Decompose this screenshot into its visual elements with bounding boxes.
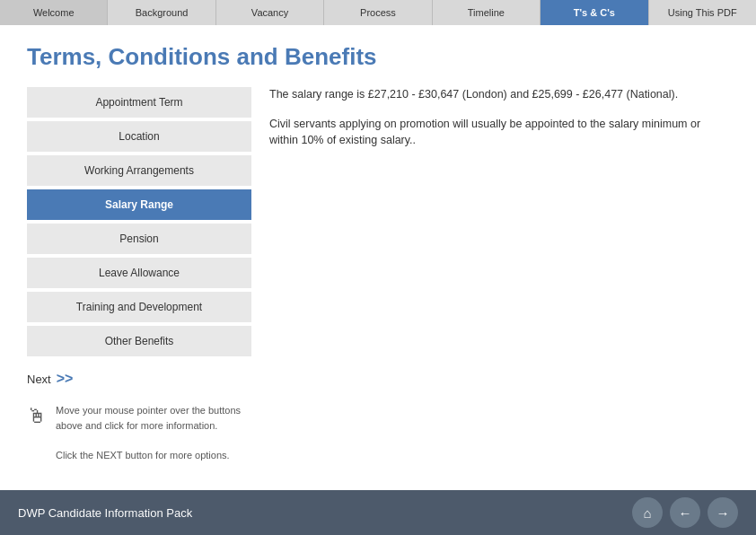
top-navigation: WelcomeBackgroundVacancyProcessTimelineT… — [0, 0, 756, 25]
main-content: Terms, Conditions and Benefits Appointme… — [0, 25, 756, 490]
salary-text-2: Civil servants applying on promotion wil… — [269, 116, 729, 150]
next-area: Next >> — [27, 371, 251, 387]
nav-item-timeline[interactable]: Timeline — [433, 0, 541, 25]
home-button[interactable]: ⌂ — [632, 497, 663, 528]
nav-item-vacancy[interactable]: Vacancy — [216, 0, 324, 25]
nav-item-background[interactable]: Background — [108, 0, 215, 25]
page-title: Terms, Conditions and Benefits — [27, 43, 729, 71]
nav-item-process[interactable]: Process — [324, 0, 432, 25]
sidebar: Appointment TermLocationWorking Arrangem… — [27, 87, 251, 477]
right-content: The salary range is £27,210 - £30,647 (L… — [269, 87, 729, 477]
salary-text-1: The salary range is £27,210 - £30,647 (L… — [269, 87, 729, 103]
sidebar-btn-salary-range[interactable]: Salary Range — [27, 189, 251, 220]
back-button[interactable]: ← — [670, 497, 700, 528]
forward-button[interactable]: → — [708, 497, 738, 528]
next-arrows-icon[interactable]: >> — [57, 371, 74, 387]
hint-text: Move your mouse pointer over the buttons… — [56, 403, 251, 462]
content-area: Appointment TermLocationWorking Arrangem… — [27, 87, 729, 477]
sidebar-btn-training-and-development[interactable]: Training and Development — [27, 292, 251, 322]
sidebar-btn-leave-allowance[interactable]: Leave Allowance — [27, 258, 251, 288]
sidebar-btn-location[interactable]: Location — [27, 121, 251, 152]
sidebar-btn-appointment-term[interactable]: Appointment Term — [27, 87, 251, 118]
nav-item-welcome[interactable]: Welcome — [0, 0, 108, 25]
nav-item-using-this-pdf[interactable]: Using This PDF — [649, 0, 756, 25]
mouse-icon: 🖱 — [27, 405, 47, 428]
sidebar-btn-pension[interactable]: Pension — [27, 224, 251, 254]
sidebar-btn-working-arrangements[interactable]: Working Arrangements — [27, 155, 251, 186]
hint-area: 🖱 Move your mouse pointer over the butto… — [27, 403, 251, 462]
footer: DWP Candidate Information Pack ⌂ ← → — [0, 490, 756, 535]
nav-item-t-s---c-s[interactable]: T's & C's — [541, 0, 648, 25]
footer-icons: ⌂ ← → — [632, 497, 738, 528]
next-label: Next — [27, 373, 51, 386]
sidebar-btn-other-benefits[interactable]: Other Benefits — [27, 326, 251, 356]
hint-line1: Move your mouse pointer over the buttons… — [56, 405, 241, 431]
footer-title: DWP Candidate Information Pack — [18, 506, 192, 520]
hint-line2: Click the NEXT button for more options. — [56, 450, 230, 460]
